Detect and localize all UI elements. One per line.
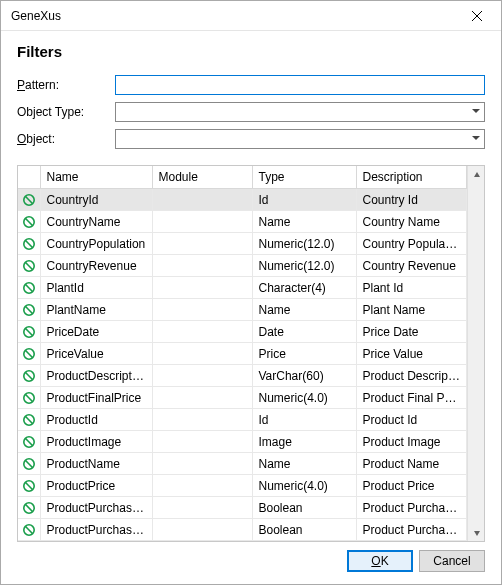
cell-type: Name xyxy=(252,453,356,475)
col-module[interactable]: Module xyxy=(152,166,252,189)
cell-name: CountryPopulation xyxy=(40,233,152,255)
table-row[interactable]: ProductDescriptionVarChar(60)Product Des… xyxy=(18,365,467,387)
cell-type: Character(4) xyxy=(252,277,356,299)
cell-type: Numeric(12.0) xyxy=(252,255,356,277)
cell-module xyxy=(152,541,252,542)
col-type[interactable]: Type xyxy=(252,166,356,189)
object-type-row: Object Type: xyxy=(17,101,485,123)
object-type-label: Object Type: xyxy=(17,105,115,119)
cell-description: Price Date xyxy=(356,321,467,343)
cell-description: Product Purchas... xyxy=(356,541,467,542)
scroll-down-button[interactable] xyxy=(468,524,485,541)
cell-module xyxy=(152,453,252,475)
cell-name: ProductDescription xyxy=(40,365,152,387)
row-icon-cell xyxy=(18,475,40,497)
object-combo[interactable] xyxy=(115,129,485,149)
cell-module xyxy=(152,475,252,497)
cell-description: Product Id xyxy=(356,409,467,431)
titlebar: GeneXus xyxy=(1,1,501,31)
scroll-up-button[interactable] xyxy=(468,166,485,183)
table-row[interactable]: ProductFinalPriceNumeric(4.0)Product Fin… xyxy=(18,387,467,409)
cell-description: Country Populati... xyxy=(356,233,467,255)
content-area: Filters Pattern: Object Type: Object: xyxy=(1,31,501,584)
table-row[interactable]: ProductPurchaseU...Character(3)Product P… xyxy=(18,541,467,542)
cell-type: Id xyxy=(252,189,356,211)
cell-type: Numeric(4.0) xyxy=(252,387,356,409)
window-title: GeneXus xyxy=(11,9,457,23)
svg-line-29 xyxy=(25,482,32,489)
svg-line-17 xyxy=(25,350,32,357)
cell-module xyxy=(152,233,252,255)
cell-module xyxy=(152,431,252,453)
cell-name: CountryRevenue xyxy=(40,255,152,277)
cell-name: ProductName xyxy=(40,453,152,475)
attribute-icon xyxy=(22,281,36,295)
pattern-row: Pattern: xyxy=(17,74,485,96)
pattern-label: Pattern: xyxy=(17,78,115,92)
table-row[interactable]: CountryPopulationNumeric(12.0)Country Po… xyxy=(18,233,467,255)
chevron-up-icon xyxy=(473,171,481,179)
svg-line-3 xyxy=(25,196,32,203)
cell-module xyxy=(152,255,252,277)
dialog-window: GeneXus Filters Pattern: Object Type: xyxy=(0,0,502,585)
cell-description: Country Revenue xyxy=(356,255,467,277)
table-row[interactable]: PriceValuePricePrice Value xyxy=(18,343,467,365)
table-row[interactable]: ProductPurchaseA...BooleanProduct Purcha… xyxy=(18,497,467,519)
object-row: Object: xyxy=(17,128,485,150)
button-bar: OK Cancel xyxy=(17,542,485,578)
table-row[interactable]: ProductPurchaseC...BooleanProduct Purcha… xyxy=(18,519,467,541)
col-icon[interactable] xyxy=(18,166,40,189)
row-icon-cell xyxy=(18,255,40,277)
ok-button[interactable]: OK xyxy=(347,550,413,572)
cell-description: Country Id xyxy=(356,189,467,211)
pattern-input[interactable] xyxy=(115,75,485,95)
cell-name: CountryName xyxy=(40,211,152,233)
svg-line-13 xyxy=(25,306,32,313)
cell-type: Id xyxy=(252,409,356,431)
cell-description: Plant Id xyxy=(356,277,467,299)
table-row[interactable]: ProductNameNameProduct Name xyxy=(18,453,467,475)
cell-name: ProductFinalPrice xyxy=(40,387,152,409)
cell-module xyxy=(152,519,252,541)
cancel-button[interactable]: Cancel xyxy=(419,550,485,572)
svg-marker-39 xyxy=(474,531,480,536)
table-row[interactable]: PlantNameNamePlant Name xyxy=(18,299,467,321)
vertical-scrollbar[interactable] xyxy=(467,166,484,541)
svg-line-19 xyxy=(25,372,32,379)
cell-module xyxy=(152,299,252,321)
svg-line-11 xyxy=(25,284,32,291)
cell-name: ProductPurchaseA... xyxy=(40,497,152,519)
row-icon-cell xyxy=(18,365,40,387)
cell-description: Product Final Pri... xyxy=(356,387,467,409)
svg-line-15 xyxy=(25,328,32,335)
row-icon-cell xyxy=(18,277,40,299)
cell-module xyxy=(152,497,252,519)
svg-line-23 xyxy=(25,416,32,423)
col-name[interactable]: Name xyxy=(40,166,152,189)
attribute-icon xyxy=(22,435,36,449)
col-description[interactable]: Description xyxy=(356,166,467,189)
attribute-icon xyxy=(22,501,36,515)
attribute-icon xyxy=(22,369,36,383)
close-icon xyxy=(472,11,482,21)
row-icon-cell xyxy=(18,541,40,542)
cell-name: PriceDate xyxy=(40,321,152,343)
table-row[interactable]: CountryIdIdCountry Id xyxy=(18,189,467,211)
table-row[interactable]: CountryRevenueNumeric(12.0)Country Reven… xyxy=(18,255,467,277)
attribute-icon xyxy=(22,303,36,317)
attribute-icon xyxy=(22,391,36,405)
cell-type: Name xyxy=(252,211,356,233)
table-row[interactable]: CountryNameNameCountry Name xyxy=(18,211,467,233)
cell-type: Boolean xyxy=(252,497,356,519)
object-type-combo[interactable] xyxy=(115,102,485,122)
table-row[interactable]: ProductIdIdProduct Id xyxy=(18,409,467,431)
cell-type: Price xyxy=(252,343,356,365)
close-button[interactable] xyxy=(457,2,497,30)
cell-type: Image xyxy=(252,431,356,453)
table-row[interactable]: ProductImageImageProduct Image xyxy=(18,431,467,453)
table-row[interactable]: PlantIdCharacter(4)Plant Id xyxy=(18,277,467,299)
table-row[interactable]: PriceDateDatePrice Date xyxy=(18,321,467,343)
results-grid[interactable]: Name Module Type Description CountryIdId… xyxy=(18,166,467,541)
cell-description: Product Purchas... xyxy=(356,497,467,519)
table-row[interactable]: ProductPriceNumeric(4.0)Product Price xyxy=(18,475,467,497)
